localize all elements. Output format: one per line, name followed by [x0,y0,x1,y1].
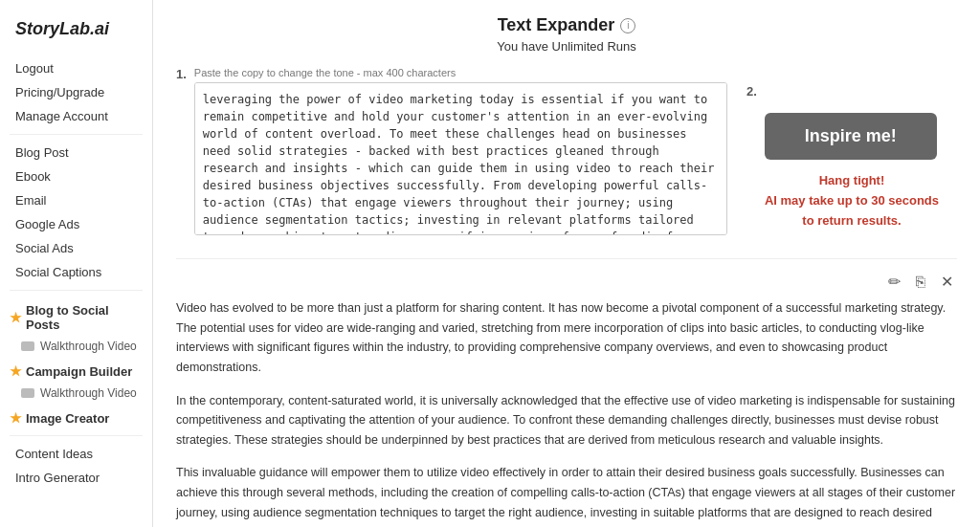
inspire-button[interactable]: Inspire me! [765,113,937,160]
step2-column: 2. Inspire me! Hang tight! AI may take u… [746,67,957,239]
email-link[interactable]: Email [0,188,152,212]
page-title: Text Expander i [498,15,636,35]
main-content: Text Expander i You have Unlimited Runs … [153,0,980,527]
logout-link[interactable]: Logout [0,56,152,80]
step2-label: 2. [746,84,757,99]
blog-walkthrough-link[interactable]: Walkthrough Video [0,336,152,357]
star-icon-3: ★ [10,410,22,426]
unlimited-runs-label: You have Unlimited Runs [176,39,957,54]
edit-button[interactable]: ✏ [884,271,904,293]
play-icon-1 [21,341,34,351]
divider-2 [10,290,143,291]
manage-account-link[interactable]: Manage Account [0,104,152,128]
step1-label: 1. [176,67,187,81]
blog-walkthrough-label: Walkthrough Video [40,340,137,353]
output-paragraph-1: Video has evolved to be more than just a… [176,298,957,378]
play-icon-2 [21,388,34,398]
star-icon-1: ★ [10,310,22,325]
blog-post-link[interactable]: Blog Post [0,141,152,165]
pricing-link[interactable]: Pricing/Upgrade [0,80,152,104]
campaign-builder-section[interactable]: ★ Campaign Builder [0,357,152,383]
divider-1 [10,134,143,135]
image-creator-label: Image Creator [26,411,109,426]
sidebar: StoryLab.ai Logout Pricing/Upgrade Manag… [0,0,153,527]
campaign-builder-label: Campaign Builder [26,364,132,379]
logo: StoryLab.ai [0,10,152,56]
campaign-walkthrough-label: Walkthrough Video [40,386,137,400]
text-expander-input[interactable] [194,82,727,235]
output-section: ✏ ⎘ ✕ Video has evolved to be more than … [176,258,957,527]
social-ads-link[interactable]: Social Ads [0,236,152,260]
campaign-walkthrough-link[interactable]: Walkthrough Video [0,383,152,404]
blog-to-social-section[interactable]: ★ Blog to Social Posts [0,296,152,336]
copy-button[interactable]: ⎘ [912,271,929,293]
paste-instruction: Paste the copy to change the tone - max … [194,67,727,78]
info-icon[interactable]: i [620,18,635,33]
content-ideas-link[interactable]: Content Ideas [0,442,152,466]
input-row: 1. Paste the copy to change the tone - m… [176,67,957,239]
ebook-link[interactable]: Ebook [0,165,152,188]
textarea-container [194,82,727,239]
blog-to-social-label: Blog to Social Posts [26,303,143,332]
divider-3 [10,435,143,436]
output-paragraph-3: This invaluable guidance will empower th… [176,463,957,527]
output-paragraph-2: In the contemporary, content-saturated w… [176,391,957,450]
close-button[interactable]: ✕ [937,271,957,293]
hang-tight-message: Hang tight! AI may take up to 30 seconds… [765,171,939,231]
google-ads-link[interactable]: Google Ads [0,212,152,236]
social-captions-link[interactable]: Social Captions [0,260,152,284]
output-toolbar: ✏ ⎘ ✕ [176,271,957,293]
step1-column: 1. Paste the copy to change the tone - m… [176,67,727,239]
intro-generator-link[interactable]: Intro Generator [0,466,152,490]
image-creator-section[interactable]: ★ Image Creator [0,404,152,429]
page-title-area: Text Expander i [176,15,957,35]
star-icon-2: ★ [10,363,22,379]
